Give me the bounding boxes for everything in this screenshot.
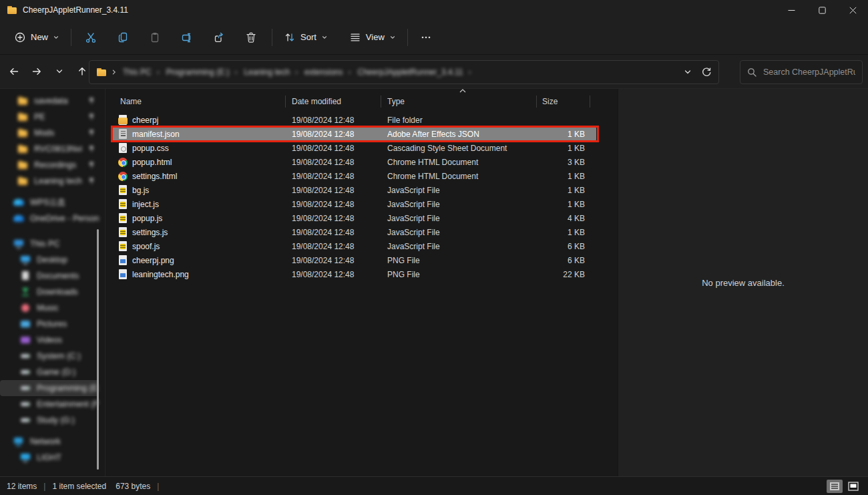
file-row[interactable]: popup.js 19/08/2024 12:48 JavaScript Fil… <box>107 211 601 225</box>
pin-icon <box>88 98 95 104</box>
file-type: JavaScript File <box>387 186 538 195</box>
pin-icon <box>88 162 95 168</box>
new-button[interactable]: New <box>8 27 65 47</box>
close-button[interactable] <box>837 0 868 20</box>
sidebar-item[interactable]: System (C:) <box>0 348 99 364</box>
column-header-date-modified[interactable]: Date modified <box>292 97 387 106</box>
breadcrumb-item[interactable]: extensions › <box>300 67 352 77</box>
sidebar-item[interactable]: Game (D:) <box>0 364 99 380</box>
file-type: JavaScript File <box>387 228 538 237</box>
chrome-html-icon <box>118 157 128 168</box>
plus-circle-icon <box>14 31 26 43</box>
sidebar-item-label: Pictures <box>37 319 67 329</box>
sidebar-item[interactable]: This PC <box>0 236 99 252</box>
sidebar-item[interactable]: Pictures <box>0 316 99 332</box>
sidebar-item-label: This PC <box>30 239 59 249</box>
music-icon <box>20 303 31 313</box>
file-row[interactable]: popup.css 19/08/2024 12:48 Cascading Sty… <box>107 141 601 155</box>
breadcrumb-item[interactable]: Leaning tech › <box>240 67 299 77</box>
column-header-type[interactable]: Type <box>387 97 538 106</box>
file-row[interactable]: spoof.js 19/08/2024 12:48 JavaScript Fil… <box>107 239 601 253</box>
file-date-modified: 19/08/2024 12:48 <box>292 214 387 223</box>
file-type: JavaScript File <box>387 242 538 251</box>
column-separator[interactable] <box>285 96 286 108</box>
sidebar-item[interactable]: savedata <box>0 93 99 109</box>
copy-button[interactable] <box>110 31 136 43</box>
sidebar-item[interactable]: Music <box>0 300 99 316</box>
file-row[interactable]: popup.html 19/08/2024 12:48 Chrome HTML … <box>107 155 601 169</box>
view-button[interactable]: View <box>343 27 402 47</box>
back-button[interactable] <box>4 61 24 81</box>
sidebar-item[interactable]: PE <box>0 109 99 125</box>
file-date-modified: 19/08/2024 12:48 <box>292 144 387 153</box>
sidebar-item[interactable]: Recordings <box>0 157 99 173</box>
column-header-size[interactable]: Size <box>538 97 601 106</box>
sidebar-item[interactable]: WPS云盘 <box>0 194 99 210</box>
file-row[interactable]: bg.js 19/08/2024 12:48 JavaScript File 1… <box>107 183 601 197</box>
column-separator[interactable] <box>590 96 590 108</box>
sidebar-item[interactable]: Network <box>0 434 99 450</box>
sidebar-item[interactable]: RVC0813Nvid <box>0 141 99 157</box>
sidebar-item[interactable]: Videos <box>0 332 99 348</box>
sidebar-item[interactable]: OneDrive - Person <box>0 210 99 226</box>
paste-button[interactable] <box>142 31 168 43</box>
file-row[interactable]: manifest.json 19/08/2024 12:48 Adobe Aft… <box>107 127 601 141</box>
sidebar-item[interactable]: Study (G:) <box>0 412 99 428</box>
sort-button[interactable]: Sort <box>278 27 334 47</box>
sidebar-item[interactable]: Leaning tech <box>0 173 99 189</box>
sidebar-item[interactable]: Entertainment (F:) <box>0 396 99 412</box>
file-row[interactable]: cheerpj 19/08/2024 12:48 File folder <box>107 113 601 127</box>
more-button[interactable] <box>413 31 439 43</box>
breadcrumb-folder-icon <box>96 67 107 77</box>
js-file-icon <box>118 185 128 196</box>
file-row[interactable]: inject.js 19/08/2024 12:48 JavaScript Fi… <box>107 197 601 211</box>
chevron-down-icon <box>53 34 59 41</box>
address-dropdown-chevron-icon[interactable] <box>684 68 692 76</box>
delete-button[interactable] <box>238 31 264 43</box>
sidebar-item[interactable]: Documents <box>0 268 99 284</box>
breadcrumb-item[interactable]: Programming (E:) › <box>162 67 239 77</box>
file-row[interactable]: settings.html 19/08/2024 12:48 Chrome HT… <box>107 169 601 183</box>
file-row[interactable]: cheerpj.png 19/08/2024 12:48 PNG File 6 … <box>107 253 601 267</box>
forward-button[interactable] <box>27 61 47 81</box>
sidebar-scrollbar[interactable] <box>97 229 99 470</box>
sidebar-item[interactable]: Downloads <box>0 284 99 300</box>
breadcrumb-item[interactable]: CheerpJAppletRunner_3.4.11 › <box>353 67 472 77</box>
column-separator[interactable] <box>536 96 537 108</box>
recent-locations-button[interactable] <box>49 61 69 81</box>
file-row[interactable]: settings.js 19/08/2024 12:48 JavaScript … <box>107 225 601 239</box>
js-file-icon <box>118 241 128 252</box>
desktop-icon <box>20 255 31 265</box>
file-date-modified: 19/08/2024 12:48 <box>292 172 387 181</box>
sidebar-item[interactable]: Desktop <box>0 252 99 268</box>
address-row: This PC › Programming (E:) › Leaning tec… <box>0 55 868 89</box>
breadcrumb-item[interactable]: This PC › <box>119 67 161 77</box>
search-icon <box>747 67 756 77</box>
sidebar-item-label: Recordings <box>34 160 76 170</box>
sidebar-item[interactable]: Mods <box>0 125 99 141</box>
column-header-name[interactable]: Name <box>107 97 292 106</box>
minimize-button[interactable] <box>776 0 807 20</box>
file-type: PNG File <box>387 270 538 279</box>
cut-button[interactable] <box>78 31 103 43</box>
column-separator[interactable] <box>381 96 381 108</box>
file-size: 1 KB <box>538 130 601 139</box>
address-bar[interactable]: This PC › Programming (E:) › Leaning tec… <box>89 60 719 84</box>
png-image-icon <box>118 269 128 280</box>
rename-button[interactable] <box>174 31 200 43</box>
share-button[interactable] <box>206 31 232 43</box>
maximize-button[interactable] <box>807 0 837 20</box>
sidebar-item[interactable]: LIGHT <box>0 450 99 466</box>
file-date-modified: 19/08/2024 12:48 <box>292 158 387 167</box>
file-row[interactable]: leaningtech.png 19/08/2024 12:48 PNG Fil… <box>107 267 601 281</box>
search-input[interactable] <box>763 67 855 77</box>
icons-view-button[interactable] <box>845 480 861 493</box>
file-type: JavaScript File <box>387 200 538 209</box>
details-view-button[interactable] <box>827 480 843 493</box>
chevron-down-icon <box>321 34 328 41</box>
search-box[interactable] <box>740 60 863 84</box>
refresh-icon[interactable] <box>701 67 712 77</box>
file-date-modified: 19/08/2024 12:48 <box>292 242 387 251</box>
drive-icon <box>20 399 31 409</box>
sidebar-item[interactable]: Programming (E:) <box>0 380 99 396</box>
